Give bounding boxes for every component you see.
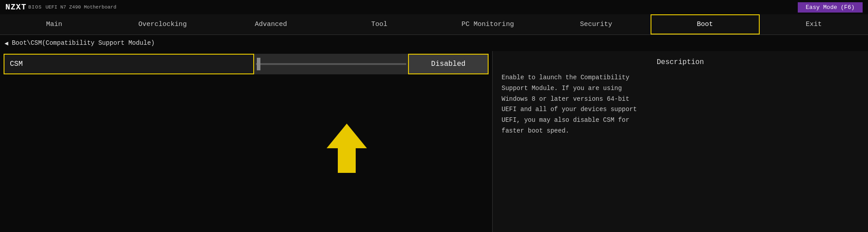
left-panel: CSM Disabled: [0, 51, 492, 232]
nav-item-pc-monitoring[interactable]: PC Monitoring: [434, 14, 542, 34]
nav-bar: Main Overclocking Advanced Tool PC Monit…: [0, 14, 868, 35]
main-content: CSM Disabled Description Enable to launc…: [0, 51, 868, 232]
description-title: Description: [502, 58, 859, 66]
description-text: Enable to launch the CompatibilitySuppor…: [502, 73, 859, 137]
arrow-stem: [338, 148, 356, 173]
slider-track: [256, 63, 406, 65]
nav-item-overclocking[interactable]: Overclocking: [108, 14, 217, 34]
logo-area: NZXT BIOS UEFI N7 Z490 Motherboard: [5, 3, 116, 12]
breadcrumb-bar: ◀ Boot\CSM(Compatibility Support Module): [0, 35, 868, 51]
nav-item-advanced[interactable]: Advanced: [217, 14, 325, 34]
description-panel: Description Enable to launch the Compati…: [492, 51, 868, 232]
easy-mode-button[interactable]: Easy Mode (F6): [798, 2, 863, 13]
logo-nzxt: NZXT: [5, 3, 26, 12]
nav-item-main[interactable]: Main: [0, 14, 108, 34]
csm-value[interactable]: Disabled: [408, 54, 489, 74]
csm-label: CSM: [4, 54, 254, 74]
nav-item-security[interactable]: Security: [542, 14, 650, 34]
csm-slider[interactable]: [254, 54, 408, 74]
nav-item-exit[interactable]: Exit: [760, 14, 868, 34]
arrow-up-icon: [327, 124, 367, 148]
breadcrumb: Boot\CSM(Compatibility Support Module): [12, 39, 154, 47]
logo-bios: BIOS: [28, 4, 42, 10]
top-bar: NZXT BIOS UEFI N7 Z490 Motherboard Easy …: [0, 0, 868, 14]
nav-item-tool[interactable]: Tool: [325, 14, 434, 34]
nav-item-boot[interactable]: Boot: [651, 14, 760, 34]
logo-subtitle: UEFI N7 Z490 Motherboard: [46, 4, 116, 10]
breadcrumb-back-icon[interactable]: ◀: [4, 39, 8, 47]
arrow-indicator: [327, 124, 367, 173]
table-row: CSM Disabled: [4, 54, 489, 74]
slider-knob: [257, 58, 260, 70]
